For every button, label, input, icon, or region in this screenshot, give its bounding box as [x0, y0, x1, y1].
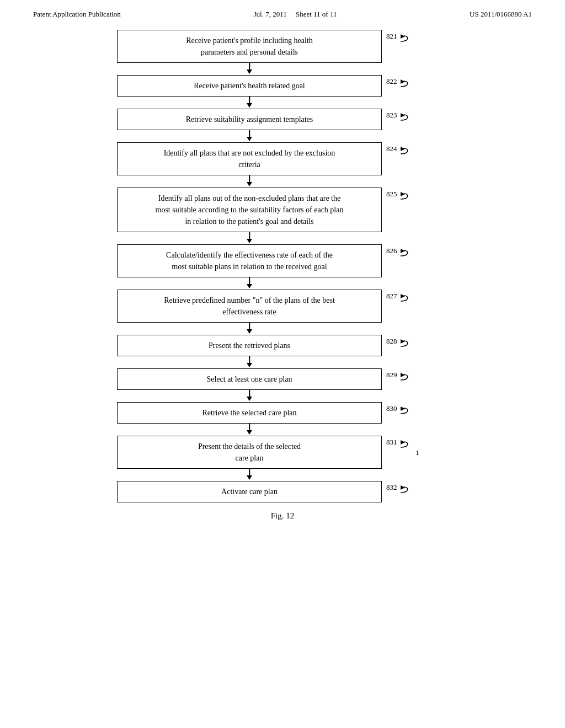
step-num-830: 830	[386, 402, 414, 422]
flow-step-831: Present the details of the selected care…	[73, 436, 492, 469]
feedback-arrow-829	[398, 372, 414, 388]
connector-826	[73, 277, 492, 290]
step-box-825: Identify all plans out of the non-exclud…	[117, 188, 382, 232]
step-num-827: 827	[386, 290, 414, 309]
page-header: Patent Application Publication Jul. 7, 2…	[0, 0, 565, 24]
step-box-830: Retrieve the selected care plan	[117, 402, 382, 424]
feedback-arrow-831	[398, 439, 414, 456]
flow-step-829: Select at least one care plan829	[73, 368, 492, 390]
step-num-825: 825	[386, 188, 414, 207]
header-left: Patent Application Publication	[33, 10, 121, 19]
step-num-826: 826	[386, 244, 414, 264]
svg-marker-3	[401, 147, 405, 151]
flow-step-826: Calculate/identify the effectiveness rat…	[73, 244, 492, 277]
flow-step-825: Identify all plans out of the non-exclud…	[73, 188, 492, 232]
svg-marker-11	[401, 485, 405, 490]
step-box-832: Activate care plan	[117, 481, 382, 502]
step-num-828: 828	[386, 335, 414, 355]
feedback-arrow-825	[398, 191, 414, 207]
step-box-823: Retrieve suitability assignment template…	[117, 109, 382, 130]
svg-marker-10	[401, 440, 405, 445]
svg-marker-4	[401, 192, 405, 196]
header-center: Jul. 7, 2011 Sheet 11 of 11	[254, 10, 337, 19]
flow-step-823: Retrieve suitability assignment template…	[73, 109, 492, 130]
step-box-829: Select at least one care plan	[117, 368, 382, 390]
connector-825	[73, 232, 492, 244]
step-box-824: Identify all plans that are not excluded…	[117, 142, 382, 175]
connector-821	[73, 63, 492, 75]
feedback-arrow-821	[398, 33, 414, 50]
step-box-827: Retrieve predefined number "n" of the pl…	[117, 290, 382, 323]
diagram-area: Receive patient's profile including heal…	[0, 30, 565, 521]
connector-822	[73, 97, 492, 109]
step-num-824: 824	[386, 142, 414, 162]
feedback-arrow-823	[398, 112, 414, 129]
feedback-arrow-822	[398, 78, 414, 95]
step-num-822: 822	[386, 75, 414, 95]
connector-823	[73, 130, 492, 142]
connector-827	[73, 323, 492, 335]
step-box-831: Present the details of the selected care…	[117, 436, 382, 469]
svg-marker-6	[401, 294, 405, 298]
svg-marker-1	[401, 79, 405, 84]
step-num-831: 8311	[386, 436, 419, 457]
svg-marker-5	[401, 249, 405, 253]
svg-marker-7	[401, 339, 405, 344]
feedback-arrow-826	[398, 248, 414, 264]
connector-830	[73, 424, 492, 436]
step-num-832: 832	[386, 481, 414, 501]
flow-step-832: Activate care plan832	[73, 481, 492, 502]
flow-step-827: Retrieve predefined number "n" of the pl…	[73, 290, 492, 323]
svg-marker-0	[401, 34, 405, 39]
connector-824	[73, 175, 492, 188]
flow-step-822: Receive patient's health related goal822	[73, 75, 492, 97]
feedback-arrow-827	[398, 293, 414, 309]
svg-marker-8	[401, 373, 405, 377]
step-num-821: 821	[386, 30, 414, 50]
flow-step-830: Retrieve the selected care plan830	[73, 402, 492, 424]
step-box-828: Present the retrieved plans	[117, 335, 382, 356]
step-box-826: Calculate/identify the effectiveness rat…	[117, 244, 382, 277]
flow-diagram: Receive patient's profile including heal…	[73, 30, 492, 521]
header-right: US 2011/0166880 A1	[470, 10, 532, 19]
step-num-829: 829	[386, 368, 414, 388]
fig-caption: Fig. 12	[73, 511, 492, 521]
flow-step-824: Identify all plans that are not excluded…	[73, 142, 492, 175]
feedback-arrow-824	[398, 146, 414, 162]
connector-828	[73, 356, 492, 368]
connector-831	[73, 469, 492, 481]
flow-step-828: Present the retrieved plans828	[73, 335, 492, 356]
feedback-arrow-830	[398, 405, 414, 422]
feedback-arrow-828	[398, 338, 414, 355]
svg-marker-2	[401, 113, 405, 117]
step-box-822: Receive patient's health related goal	[117, 75, 382, 97]
svg-marker-9	[401, 406, 405, 411]
step-box-821: Receive patient's profile including heal…	[117, 30, 382, 63]
feedback-arrow-832	[398, 484, 414, 501]
flow-step-821: Receive patient's profile including heal…	[73, 30, 492, 63]
step-num-823: 823	[386, 109, 414, 129]
connector-829	[73, 390, 492, 402]
